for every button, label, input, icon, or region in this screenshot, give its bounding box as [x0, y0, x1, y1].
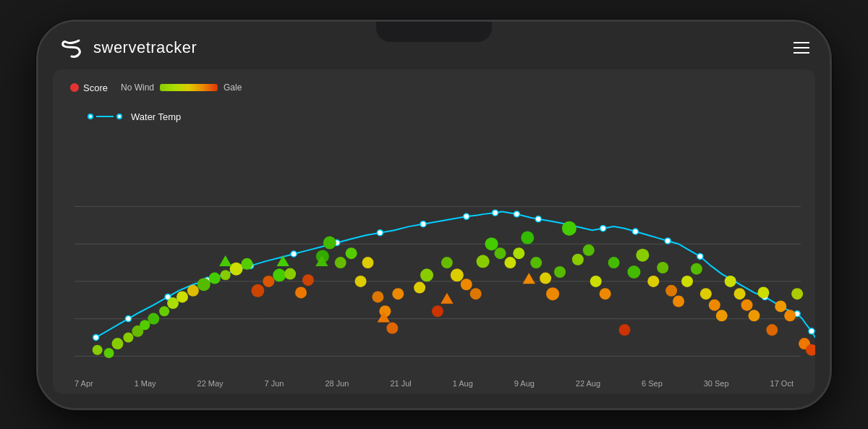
x-label-0: 7 Apr [75, 379, 93, 388]
phone-screen: swervetracker Score No Wind Gale [38, 22, 830, 408]
x-label-11: 17 Oct [770, 379, 793, 388]
x-label-6: 1 Aug [453, 379, 473, 388]
x-label-7: 9 Aug [514, 379, 535, 388]
chart-container: Score No Wind Gale Water Temp [53, 69, 815, 394]
x-label-4: 28 Jun [325, 379, 349, 388]
x-label-1: 1 May [135, 379, 156, 388]
menu-button[interactable] [793, 42, 809, 54]
x-label-10: 30 Sep [704, 379, 729, 388]
x-label-2: 22 May [197, 379, 224, 388]
x-label-3: 7 Jun [265, 379, 284, 388]
logo-icon [59, 35, 85, 61]
x-label-9: 6 Sep [642, 379, 663, 388]
x-axis-labels: 7 Apr 1 May 22 May 7 Jun 28 Jun 21 Jul 1… [53, 379, 815, 388]
side-button [36, 137, 38, 166]
phone-notch [376, 22, 492, 42]
phone-frame: swervetracker Score No Wind Gale [36, 20, 832, 410]
x-label-8: 22 Aug [576, 379, 600, 388]
x-label-5: 21 Jul [390, 379, 411, 388]
